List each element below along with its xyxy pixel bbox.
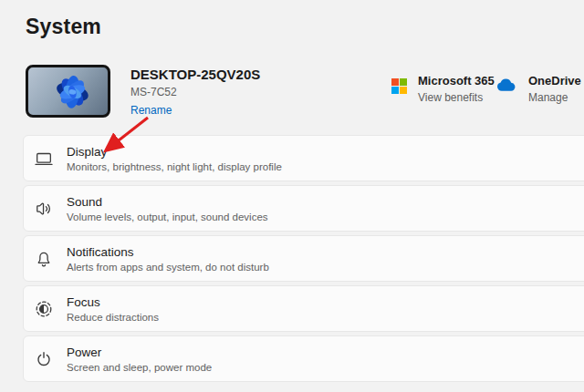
settings-item-sound[interactable]: Sound Volume levels, output, input, soun…: [23, 185, 584, 232]
settings-item-focus[interactable]: Focus Reduce distractions: [23, 285, 584, 332]
notifications-icon: [33, 248, 55, 270]
settings-item-label: Display: [67, 145, 282, 159]
settings-window: System DESKTOP-25QV20S MS-7C52 Rename: [0, 0, 584, 392]
settings-item-label: Focus: [67, 295, 159, 309]
microsoft-logo-icon: [391, 78, 407, 98]
page-title: System: [26, 15, 101, 39]
windows-bloom-wallpaper-icon: [28, 67, 108, 115]
settings-item-description: Monitors, brightness, night light, displ…: [67, 161, 282, 172]
settings-item-description: Reduce distractions: [67, 312, 159, 323]
onedrive-promo[interactable]: OneDrive Manage: [497, 74, 581, 104]
settings-item-description: Volume levels, output, input, sound devi…: [67, 211, 268, 222]
view-benefits-link[interactable]: View benefits: [418, 91, 495, 104]
settings-item-label: Sound: [67, 195, 268, 209]
rename-link[interactable]: Rename: [130, 104, 172, 117]
microsoft-365-title: Microsoft 365: [418, 74, 495, 88]
settings-list: Display Monitors, brightness, night ligh…: [23, 135, 584, 386]
manage-link[interactable]: Manage: [528, 91, 581, 104]
display-icon: [33, 148, 55, 170]
power-icon: [33, 348, 55, 370]
device-model: MS-7C52: [130, 86, 260, 98]
device-name: DESKTOP-25QV20S: [130, 67, 260, 82]
settings-item-power[interactable]: Power Screen and sleep, power mode: [23, 335, 584, 382]
focus-icon: [33, 298, 55, 320]
settings-item-notifications[interactable]: Notifications Alerts from apps and syste…: [23, 235, 584, 282]
device-thumbnail: [26, 65, 110, 118]
microsoft-365-promo[interactable]: Microsoft 365 View benefits: [391, 74, 495, 104]
sound-icon: [33, 198, 55, 220]
settings-item-display[interactable]: Display Monitors, brightness, night ligh…: [23, 135, 584, 181]
onedrive-cloud-icon: [497, 78, 517, 95]
settings-item-description: Alerts from apps and system, do not dist…: [67, 262, 269, 273]
settings-item-description: Screen and sleep, power mode: [67, 362, 212, 373]
device-info: DESKTOP-25QV20S MS-7C52 Rename: [130, 67, 260, 118]
settings-item-label: Notifications: [67, 245, 269, 259]
onedrive-title: OneDrive: [528, 74, 581, 88]
settings-item-label: Power: [67, 346, 212, 359]
